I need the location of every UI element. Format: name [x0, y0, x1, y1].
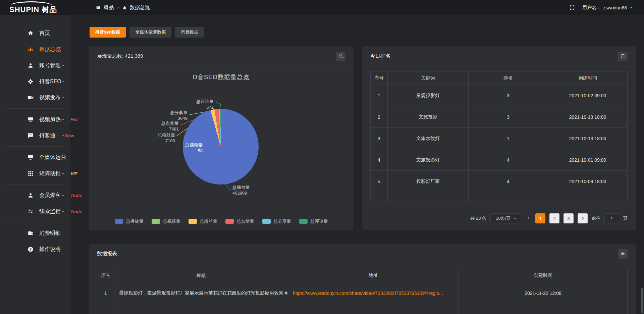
- page-button-2[interactable]: 2: [549, 213, 559, 223]
- chevron-down-icon: [61, 118, 64, 121]
- table-header-row: 序号关键词 排名创建时间: [371, 71, 628, 85]
- sidebar-divider: [6, 108, 64, 109]
- sidebar-divider: [6, 222, 64, 222]
- goto-label: 前往: [592, 215, 600, 221]
- tab-omnimedia-data[interactable]: 全媒体运营数据: [129, 27, 171, 38]
- sidebar-item-member-leads[interactable]: 会员爆客 Tools: [0, 187, 70, 203]
- pie-label-shares: 总分享量3049: [170, 110, 187, 121]
- report-panel-title: 数据报表: [97, 251, 117, 257]
- chevron-left-icon: [527, 216, 531, 220]
- tools-badge: Tools: [70, 209, 82, 214]
- home-icon: [28, 30, 34, 36]
- user-menu[interactable]: 用户名：zswodun88: [582, 5, 633, 11]
- table-row: 4文旅投影灯42021-10-01 09:00: [371, 149, 628, 171]
- chevron-down-icon: [629, 6, 633, 9]
- sidebar-item-video-heat[interactable]: 视频加热 Hot: [0, 111, 70, 127]
- username-label: 用户名：: [582, 5, 601, 11]
- data-report-panel: 数据报表 表 序号标题 地址创建时间 1 景观投影灯，夜游景观投影灯厂家展示展示…: [89, 244, 636, 314]
- sidebar-item-douyin-seo[interactable]: 抖音SEO: [0, 73, 70, 90]
- wallet-icon: [28, 230, 34, 236]
- user-icon: [28, 62, 34, 68]
- vip-badge: VIP: [70, 171, 77, 176]
- page-size-select[interactable]: 10条/页: [490, 213, 522, 223]
- report-table: 序号标题 地址创建时间 1 景观投影灯，夜游景观投影灯厂家展示展示落花灯在花园里…: [97, 269, 628, 314]
- pagination-total: 共 23 条: [470, 215, 486, 221]
- user-icon: [28, 192, 34, 198]
- legend-item-plays[interactable]: 总播放量: [115, 218, 144, 224]
- impressions-total-value: 421,369: [125, 53, 143, 59]
- chevron-down-icon: [513, 217, 517, 220]
- gear-icon: [28, 78, 34, 85]
- seo-chart-panel: 展现量总数: 421,369 总 D音SEO数据量总览 总评论量572 总分享量…: [89, 46, 354, 230]
- chevron-down-icon: [61, 172, 64, 175]
- report-title-cell: 景观投影灯，夜游景观投影灯厂家展示展示落花灯在花园里的灯光投影应用效果 #: [114, 282, 288, 304]
- video-camera-icon: [28, 95, 34, 101]
- legend-item-likes[interactable]: 总点赞量: [225, 218, 254, 224]
- sidebar-divider: [6, 146, 64, 147]
- legend-item-fans[interactable]: 总粉丝量: [189, 218, 217, 224]
- next-page-button[interactable]: [578, 213, 588, 223]
- fullscreen-icon[interactable]: [569, 5, 575, 10]
- tab-douyin-seo-data[interactable]: 抖音seo数据: [90, 27, 126, 38]
- legend-item-comments[interactable]: 总评论量: [299, 218, 328, 224]
- pagination: 共 23 条 10条/页 1 2 3 前往 1 页: [470, 213, 628, 223]
- goto-page-input[interactable]: 1: [604, 213, 619, 223]
- sidebar-item-doukentong[interactable]: 抖客通 New: [0, 127, 70, 144]
- chevron-down-icon: [61, 210, 64, 213]
- breadcrumb-current[interactable]: 数据总览: [130, 4, 150, 11]
- legend-item-shares[interactable]: 总分享量: [262, 218, 291, 224]
- sidebar-item-help[interactable]: ? 操作说明: [0, 241, 70, 257]
- chevron-down-icon: [61, 156, 64, 159]
- tools-badge: Tools: [70, 193, 82, 198]
- chevron-down-icon: [61, 194, 64, 197]
- breadcrumb-separator: >: [117, 5, 119, 10]
- ranking-panel-title: 今日排名: [370, 53, 390, 59]
- pie-label-videos: 总视频量58: [185, 142, 203, 154]
- video-url-link[interactable]: https://www.iesdouyin.com/share/video/70…: [293, 291, 443, 296]
- table-header-row: 序号标题 地址创建时间: [97, 269, 628, 282]
- chart-legend: 总播放量 总视频量 总粉丝量 总点赞量 总分享量 总评论量: [89, 218, 354, 224]
- total-view-button[interactable]: 总: [336, 52, 345, 61]
- sidebar-item-matrix-boost[interactable]: 矩阵助推 VIP: [0, 165, 70, 181]
- sidebar-item-video-publish[interactable]: 视频发布: [0, 90, 70, 106]
- breadcrumb-root[interactable]: 树品: [104, 4, 114, 11]
- scrollbar-thumb[interactable]: [641, 288, 643, 313]
- monitor-icon: [28, 116, 34, 122]
- sidebar-divider: [6, 184, 64, 185]
- table-row: 3文旅水纹灯12021-10-13 18:00: [371, 128, 628, 149]
- logo-text-cn: 树品: [42, 5, 57, 14]
- sidebar-nav: 首页 数据总览 账号管理 抖音SEO 视频发布 视频加热 Hot 抖客通 New…: [0, 15, 70, 314]
- grid-icon: [28, 170, 34, 176]
- page-button-1[interactable]: 1: [535, 213, 545, 223]
- pie-label-plays: 总播放量402909: [232, 185, 250, 196]
- pie-label-fans: 总粉丝量7100: [158, 132, 175, 144]
- tab-inquiry-data[interactable]: 询盘数据: [175, 27, 204, 38]
- sliders-icon: [28, 208, 34, 214]
- legend-item-videos[interactable]: 总视频量: [152, 218, 180, 224]
- sidebar-item-account-mgmt[interactable]: 账号管理: [0, 57, 70, 73]
- svg-text:?: ?: [30, 247, 32, 251]
- impressions-total: 展现量总数: 421,369: [97, 53, 143, 59]
- sidebar-item-data-overview[interactable]: 数据总览: [0, 41, 70, 57]
- sidebar-item-clue-monitor[interactable]: 线索监控 Tools: [0, 203, 70, 219]
- sidebar-item-home[interactable]: 首页: [0, 25, 70, 41]
- username-value: zswodun88: [603, 5, 627, 10]
- table-row: 1景观投影灯32021-10-02 09:00: [371, 85, 628, 106]
- table-view-button[interactable]: 表: [618, 249, 628, 259]
- chevron-down-icon: [61, 64, 64, 67]
- page-button-3[interactable]: 3: [564, 213, 574, 223]
- monitor-icon: [28, 154, 34, 160]
- today-ranking-panel: 今日排名 日 序号关键词 排名创建时间 1景观投影灯32021-10-02 09…: [362, 46, 636, 230]
- chevron-down-icon: [61, 80, 64, 83]
- new-badge: New: [65, 133, 74, 138]
- sidebar-item-spend-detail[interactable]: 消费明细: [0, 225, 70, 241]
- chevron-down-icon: [61, 96, 64, 99]
- bar-chart-icon: [122, 5, 127, 10]
- pie-chart-area: D音SEO数据量总览 总评论量572 总分享量3049 总点赞量7681 总粉丝…: [89, 66, 354, 230]
- sidebar-item-omnimedia[interactable]: 全媒体运营: [0, 149, 70, 165]
- daily-view-button[interactable]: 日: [618, 52, 628, 61]
- window-icon: [96, 5, 101, 10]
- chevron-down-icon: [61, 134, 64, 137]
- table-row: 5投影灯厂家42021-10-09 18:00: [371, 171, 628, 192]
- prev-page-button[interactable]: [526, 216, 531, 221]
